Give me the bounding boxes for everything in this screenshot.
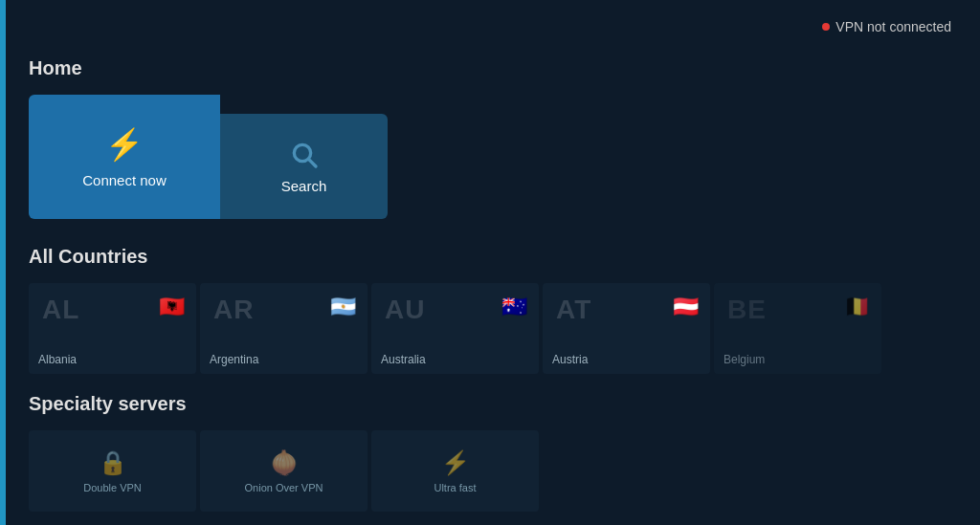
specialty-name: Ultra fast: [434, 482, 476, 493]
country-card-australia[interactable]: AU 🇦🇺 Australia: [371, 283, 539, 374]
specialty-name: Onion Over VPN: [245, 482, 323, 493]
specialty-name: Double VPN: [83, 482, 142, 493]
country-name: Australia: [381, 353, 529, 366]
country-abbr: AL: [42, 295, 79, 325]
country-abbr: AU: [385, 295, 425, 325]
country-card-albania[interactable]: AL 🇦🇱 Albania: [29, 283, 196, 374]
country-name: Argentina: [210, 353, 358, 366]
connect-now-button[interactable]: ⚡ Connect now: [29, 95, 220, 219]
specialty-card-double-vpn[interactable]: 🔒 Double VPN: [29, 430, 196, 512]
country-name: Austria: [552, 353, 701, 366]
country-flag: 🇦🇷: [330, 296, 356, 317]
search-label: Search: [281, 178, 327, 194]
search-icon: [289, 140, 320, 170]
country-name: Albania: [38, 353, 187, 366]
left-accent-bar: [0, 0, 6, 525]
main-content: Home ⚡ Connect now Search All Countries …: [29, 57, 951, 506]
ultrafast-icon: ⚡: [441, 449, 470, 476]
double-vpn-icon: 🔒: [99, 449, 127, 476]
country-flag: 🇦🇺: [501, 296, 527, 317]
connect-now-label: Connect now: [82, 172, 167, 188]
specialty-card-onion[interactable]: 🧅 Onion Over VPN: [200, 430, 368, 512]
all-countries-title: All Countries: [29, 246, 951, 268]
country-flag: 🇧🇪: [844, 296, 870, 317]
country-name: Belgium: [724, 353, 872, 366]
country-abbr: AT: [556, 295, 591, 325]
country-abbr: AR: [213, 295, 254, 325]
country-abbr: BE: [727, 295, 767, 325]
search-button[interactable]: Search: [220, 114, 388, 219]
specialty-title: Specialty servers: [29, 393, 951, 415]
quick-actions: ⚡ Connect now Search: [29, 95, 951, 219]
country-flag: 🇦🇹: [673, 296, 699, 317]
country-card-belgium[interactable]: BE 🇧🇪 Belgium: [714, 283, 881, 374]
specialty-card-ultrafast[interactable]: ⚡ Ultra fast: [371, 430, 539, 512]
vpn-status-label: VPN not connected: [835, 19, 951, 34]
vpn-status-dot: [822, 23, 830, 31]
lightning-icon: ⚡: [105, 126, 144, 163]
svg-line-1: [308, 159, 315, 165]
specialty-row: 🔒 Double VPN 🧅 Onion Over VPN ⚡ Ultra fa…: [29, 430, 951, 512]
country-card-argentina[interactable]: AR 🇦🇷 Argentina: [200, 283, 368, 374]
vpn-status: VPN not connected: [822, 19, 951, 34]
country-card-austria[interactable]: AT 🇦🇹 Austria: [543, 283, 710, 374]
onion-icon: 🧅: [270, 449, 299, 476]
home-title: Home: [29, 57, 951, 79]
country-flag: 🇦🇱: [159, 296, 185, 317]
countries-row: AL 🇦🇱 Albania AR 🇦🇷 Argentina AU 🇦🇺 Aust…: [29, 283, 951, 374]
